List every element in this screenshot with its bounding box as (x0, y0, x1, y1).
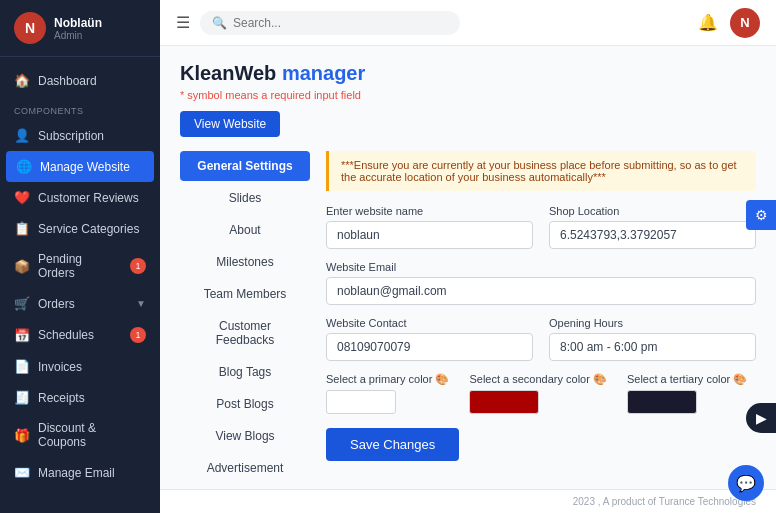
website-name-group: Enter website name (326, 205, 533, 249)
sidebar-item-subscription[interactable]: 👤 Subscription (0, 120, 160, 151)
sidebar-item-invoices[interactable]: 📄 Invoices (0, 351, 160, 382)
title-suffix: manager (276, 62, 365, 84)
topbar: ☰ 🔍 🔔 N (160, 0, 776, 46)
schedules-badge: 1 (130, 327, 146, 343)
nav-label: Customer Reviews (38, 191, 139, 205)
contact-input[interactable] (326, 333, 533, 361)
warning-message: ***Ensure you are currently at your busi… (326, 151, 756, 191)
bell-icon[interactable]: 🔔 (698, 13, 718, 32)
nav-label: Invoices (38, 360, 82, 374)
tertiary-color-swatch[interactable] (627, 390, 697, 414)
opening-hours-group: Opening Hours (549, 317, 756, 361)
user-role: Admin (54, 30, 102, 41)
nav-label: Receipts (38, 391, 85, 405)
nav-label: Dashboard (38, 74, 97, 88)
sidebar-nav: 🏠 Dashboard COMPONENTS 👤 Subscription 🌐 … (0, 57, 160, 496)
nav-label: Pending Orders (38, 252, 122, 280)
logo-icon: N (14, 12, 46, 44)
sidebar-item-dashboard[interactable]: 🏠 Dashboard (0, 65, 160, 96)
secondary-color-group: Select a secondary color 🎨 (469, 373, 607, 414)
nav-label: Manage Website (40, 160, 130, 174)
globe-icon: 🌐 (16, 159, 32, 174)
nav-label: Subscription (38, 129, 104, 143)
required-note: * symbol means a required input field (180, 89, 756, 101)
row-contact-hours: Website Contact Opening Hours (326, 317, 756, 361)
save-changes-button[interactable]: Save Changes (326, 428, 459, 461)
website-name-input[interactable] (326, 221, 533, 249)
content-area: KleanWeb manager * symbol means a requir… (160, 46, 776, 489)
gift-icon: 🎁 (14, 428, 30, 443)
calendar-icon: 📅 (14, 328, 30, 343)
box-icon: 📦 (14, 259, 30, 274)
sidebar-item-discount-coupons[interactable]: 🎁 Discount & Coupons (0, 413, 160, 457)
primary-color-swatch[interactable] (326, 390, 396, 414)
components-label: COMPONENTS (0, 96, 160, 120)
page-title: KleanWeb manager (180, 62, 756, 85)
sidebar-item-manage-email[interactable]: ✉️ Manage Email (0, 457, 160, 488)
sidebar-item-pending-orders[interactable]: 📦 Pending Orders 1 (0, 244, 160, 288)
nav-label: Service Categories (38, 222, 139, 236)
search-input[interactable] (233, 16, 448, 30)
view-website-button[interactable]: View Website (180, 111, 280, 137)
email-label: Website Email (326, 261, 756, 273)
menu-item-team-members[interactable]: Team Members (180, 279, 310, 309)
floating-settings-button[interactable]: ⚙ (746, 200, 776, 230)
chevron-down-icon: ▼ (136, 298, 146, 309)
menu-item-general[interactable]: General Settings (180, 151, 310, 181)
color-section: Select a primary color 🎨 Select a second… (326, 373, 756, 414)
footer: 2023 , A product of Turance Technologies (160, 489, 776, 513)
menu-item-slides[interactable]: Slides (180, 183, 310, 213)
sidebar-item-schedules[interactable]: 📅 Schedules 1 (0, 319, 160, 351)
nav-label: Discount & Coupons (38, 421, 146, 449)
contact-group: Website Contact (326, 317, 533, 361)
receipt-icon: 🧾 (14, 390, 30, 405)
nav-label: Manage Email (38, 466, 115, 480)
opening-hours-input[interactable] (549, 333, 756, 361)
topbar-right: 🔔 N (698, 8, 760, 38)
sidebar-item-manage-website[interactable]: 🌐 Manage Website (6, 151, 154, 182)
hamburger-menu[interactable]: ☰ (176, 13, 190, 32)
contact-label: Website Contact (326, 317, 533, 329)
sidebar-item-service-categories[interactable]: 📋 Service Categories (0, 213, 160, 244)
sidebar-logo: N Noblaün Admin (0, 0, 160, 57)
menu-item-about[interactable]: About (180, 215, 310, 245)
form-area: ***Ensure you are currently at your busi… (326, 151, 756, 485)
menu-item-view-blogs[interactable]: View Blogs (180, 421, 310, 451)
sidebar-item-receipts[interactable]: 🧾 Receipts (0, 382, 160, 413)
page-header: KleanWeb manager * symbol means a requir… (180, 62, 756, 151)
menu-item-customer-feedbacks[interactable]: Customer Feedbacks (180, 311, 310, 355)
menu-item-advertisement[interactable]: Advertisement (180, 453, 310, 483)
email-input[interactable] (326, 277, 756, 305)
website-name-label: Enter website name (326, 205, 533, 217)
home-icon: 🏠 (14, 73, 30, 88)
user-name: Noblaün (54, 16, 102, 30)
shop-location-input[interactable] (549, 221, 756, 249)
play-icon: ▶ (756, 410, 767, 426)
shop-location-label: Shop Location (549, 205, 756, 217)
sidebar: N Noblaün Admin 🏠 Dashboard COMPONENTS 👤… (0, 0, 160, 513)
row-email: Website Email (326, 261, 756, 305)
person-icon: 👤 (14, 128, 30, 143)
settings-layout: General Settings Slides About Milestones… (180, 151, 756, 485)
floating-play-button[interactable]: ▶ (746, 403, 776, 433)
chat-icon: 💬 (736, 474, 756, 493)
menu-item-milestones[interactable]: Milestones (180, 247, 310, 277)
menu-item-blog-tags[interactable]: Blog Tags (180, 357, 310, 387)
row-name-location: Enter website name Shop Location (326, 205, 756, 249)
tertiary-color-group: Select a tertiary color 🎨 (627, 373, 747, 414)
list-icon: 📋 (14, 221, 30, 236)
pending-orders-badge: 1 (130, 258, 146, 274)
footer-text: 2023 , A product of Turance Technologies (573, 496, 756, 507)
user-info: Noblaün Admin (54, 16, 102, 41)
sidebar-item-orders[interactable]: 🛒 Orders ▼ (0, 288, 160, 319)
cart-icon: 🛒 (14, 296, 30, 311)
secondary-color-swatch[interactable] (469, 390, 539, 414)
floating-chat-button[interactable]: 💬 (728, 465, 764, 501)
secondary-color-label: Select a secondary color 🎨 (469, 373, 607, 386)
menu-item-post-blogs[interactable]: Post Blogs (180, 389, 310, 419)
avatar[interactable]: N (730, 8, 760, 38)
email-group: Website Email (326, 261, 756, 305)
heart-icon: ❤️ (14, 190, 30, 205)
tertiary-color-label: Select a tertiary color 🎨 (627, 373, 747, 386)
sidebar-item-customer-reviews[interactable]: ❤️ Customer Reviews (0, 182, 160, 213)
